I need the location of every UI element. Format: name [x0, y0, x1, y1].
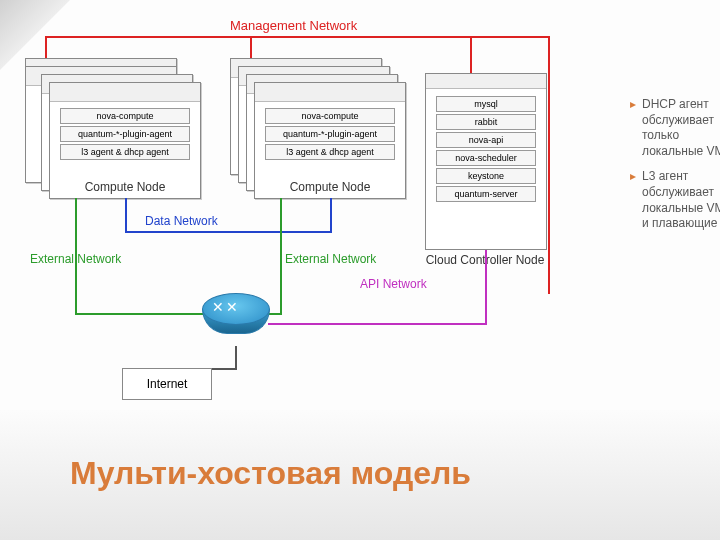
api-line — [268, 323, 487, 325]
node-card-front: nova-compute quantum-*-plugin-agent l3 a… — [49, 82, 201, 199]
cloud-controller-node: mysql rabbit nova-api nova-scheduler key… — [425, 73, 547, 250]
service-item: nova-compute — [265, 108, 395, 124]
service-item: quantum-*-plugin-agent — [265, 126, 395, 142]
service-item: nova-compute — [60, 108, 190, 124]
service-list: nova-compute quantum-*-plugin-agent l3 a… — [60, 108, 190, 162]
bullet-item: L3 агент обслуживает локальные VMs и пла… — [630, 169, 720, 231]
ext-line — [75, 313, 205, 315]
bullet-item: DHCP агент обслуживает только локальные … — [630, 97, 720, 159]
data-line — [125, 198, 127, 233]
data-line — [125, 231, 332, 233]
node-label: Compute Node — [50, 180, 200, 194]
service-item: quantum-server — [436, 186, 536, 202]
slide: Мульти-хостовая модель DHCP агент обслуж… — [0, 0, 720, 540]
data-network-label: Data Network — [145, 214, 218, 228]
bullet-list: DHCP агент обслуживает только локальные … — [590, 97, 720, 242]
node-card-front: nova-compute quantum-*-plugin-agent l3 a… — [254, 82, 406, 199]
node-label: Compute Node — [255, 180, 405, 194]
service-item: keystone — [436, 168, 536, 184]
internet-box: Internet — [122, 368, 212, 400]
service-item: nova-api — [436, 132, 536, 148]
service-list: nova-compute quantum-*-plugin-agent l3 a… — [265, 108, 395, 162]
internet-line — [235, 346, 237, 370]
slide-title: Мульти-хостовая модель — [70, 455, 471, 492]
service-item: rabbit — [436, 114, 536, 130]
service-item: l3 agent & dhcp agent — [60, 144, 190, 160]
external-network-label: External Network — [285, 253, 376, 266]
api-network-label: API Network — [360, 278, 427, 291]
management-network-label: Management Network — [230, 18, 357, 33]
external-network-label: External Network — [30, 253, 121, 266]
service-item: mysql — [436, 96, 536, 112]
service-item: l3 agent & dhcp agent — [265, 144, 395, 160]
data-line — [330, 198, 332, 233]
architecture-diagram: Management Network nova-compute quantum-… — [30, 18, 580, 408]
mgmt-line — [45, 36, 550, 38]
service-item: quantum-*-plugin-agent — [60, 126, 190, 142]
api-line — [485, 250, 487, 325]
service-list: mysql rabbit nova-api nova-scheduler key… — [436, 96, 536, 204]
router-icon: ✕✕ — [200, 293, 270, 347]
mgmt-line — [470, 36, 472, 78]
service-item: nova-scheduler — [436, 150, 536, 166]
ext-line — [280, 198, 282, 313]
